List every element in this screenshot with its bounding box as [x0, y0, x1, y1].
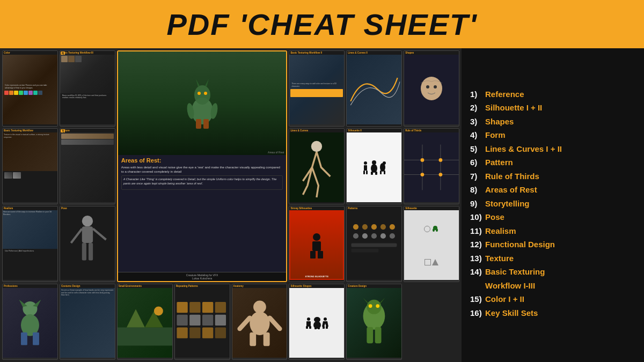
card-repeating-patterns[interactable]: Repeating Patterns: [174, 284, 230, 360]
list-label: Key Skill Sets: [485, 308, 538, 319]
patterns-svg: [347, 210, 401, 280]
card-pose[interactable]: Pose: [60, 206, 115, 282]
svg-rect-96: [318, 327, 320, 329]
card-lines-curves-2[interactable]: Lines & Curves II: [346, 50, 402, 127]
svg-point-49: [380, 224, 386, 230]
list-label: Pose: [485, 212, 504, 223]
effect-swatch: [13, 172, 21, 179]
texture-bar: [61, 134, 114, 139]
card-patterns[interactable]: Patterns: [346, 206, 402, 282]
texture-items: [60, 132, 115, 146]
featured-inner: Areas of Rest Areas of Rest: Areas with …: [118, 51, 287, 281]
card-texturing-3[interactable]: Basic Texturing Workflow III 6): [60, 50, 115, 127]
list-label: Basic Texturing: [485, 267, 545, 277]
list-num: 3): [470, 116, 485, 127]
svg-rect-106: [367, 327, 374, 344]
svg-point-19: [371, 164, 377, 173]
anatomy-content: [232, 288, 287, 358]
svg-point-35: [439, 173, 443, 176]
card-texture-7[interactable]: 7) Texture: [60, 128, 115, 204]
card-title: Silhouette II: [347, 129, 401, 132]
svg-rect-74: [215, 302, 225, 313]
svg-point-48: [371, 224, 377, 230]
page-title: PDF 'CHEAT SHEET': [166, 7, 477, 42]
card-texturing-1[interactable]: Basic Texturing Workflow Texture is the …: [2, 128, 58, 204]
card-silhouette-shapes[interactable]: Silhouette Shapes: [289, 284, 345, 360]
list-label-indent: Workflow I-III: [485, 280, 535, 291]
svg-point-55: [390, 233, 395, 239]
list-item-6: 6) Pattern: [470, 157, 635, 168]
card-realism[interactable]: Realism Here are some of the ways to inc…: [2, 206, 58, 282]
card-title: Texture: [60, 129, 115, 132]
card-shapes[interactable]: Shapes: [404, 50, 459, 127]
list-item-1: 1) Reference: [470, 89, 635, 100]
svg-rect-44: [310, 251, 316, 258]
costume-content: Groot is a Great example of how hands ca…: [60, 288, 115, 358]
list-item-14b: Workflow I-III: [470, 280, 635, 291]
svg-rect-71: [177, 302, 187, 313]
image-label: Areas of Rest: [268, 151, 284, 154]
list-label: Shapes: [485, 116, 514, 127]
card-title: Basic Texturing Workflow III: [60, 51, 115, 55]
svg-rect-98: [323, 326, 325, 329]
list-num: 13): [470, 253, 485, 264]
card-title: Lines & Curves II: [347, 51, 401, 55]
card-small-environments[interactable]: Small Environments: [117, 284, 173, 360]
card-title: Basic Texturing Workflow II: [289, 51, 344, 55]
list-num: 12): [470, 239, 485, 250]
card-text-area: [3, 171, 57, 203]
svg-marker-68: [127, 309, 145, 328]
list-num: 15): [470, 294, 485, 305]
card-text-area: Basic workflow III: 80% of the time and …: [60, 93, 115, 125]
creature-content: [347, 288, 401, 358]
svg-point-14: [364, 161, 367, 165]
card-color[interactable]: Color Color represents certain Themes an…: [2, 50, 58, 127]
svg-rect-85: [250, 333, 256, 346]
card-title: Professions: [3, 284, 57, 288]
shapes-row: [423, 224, 440, 234]
svg-rect-80: [189, 327, 200, 338]
card-text: Use Reference | Add Imperfections: [4, 249, 56, 253]
poster-figure: [306, 232, 327, 258]
list-num: 1): [470, 89, 485, 100]
list-label: Functional Design: [485, 239, 555, 250]
card-strong-silhouettes[interactable]: Strong Silhouettes STRONG SILHOUETTE: [289, 206, 345, 282]
svg-point-32: [421, 158, 425, 162]
card-creature-design[interactable]: Creature Design: [346, 284, 402, 360]
card-anatomy[interactable]: Anatomy: [232, 284, 288, 360]
svg-rect-41: [89, 243, 93, 261]
svg-point-83: [253, 300, 266, 313]
svg-rect-27: [384, 171, 385, 174]
svg-rect-92: [309, 326, 311, 329]
svg-point-10: [421, 77, 442, 100]
texture-swatches: [60, 55, 115, 63]
svg-rect-63: [21, 333, 27, 345]
list-item-15: 15) Color I + II: [470, 294, 635, 305]
lines-image: [347, 55, 401, 124]
list-item-10: 10) Pose: [470, 212, 635, 223]
svg-rect-9: [203, 119, 209, 129]
card-costume-design[interactable]: Costume Design Groot is a Great example …: [60, 284, 115, 360]
card-silhouette[interactable]: Silhouette: [404, 206, 459, 282]
card-rule-thirds[interactable]: Rule of Thirds: [404, 128, 459, 204]
svg-rect-90: [306, 321, 311, 327]
list-label: Rule of Thirds: [485, 171, 539, 182]
shapes-content: [404, 55, 459, 124]
card-title: Silhouette: [404, 206, 459, 210]
card-professions[interactable]: Professions: [2, 284, 58, 360]
list-num: 14): [470, 267, 485, 277]
card-title: Costume Design: [60, 284, 115, 288]
card-silhouette-2[interactable]: Silhouette II: [346, 128, 402, 204]
svg-rect-86: [263, 333, 269, 346]
svg-point-89: [307, 317, 310, 321]
list-label: Storytelling: [485, 198, 530, 209]
card-lines-curves[interactable]: Lines & Curves: [289, 128, 345, 204]
svg-point-103: [376, 304, 380, 308]
svg-rect-78: [215, 315, 225, 326]
header: PDF 'CHEAT SHEET': [0, 0, 644, 48]
list-num: 16): [470, 308, 485, 319]
effect-row: [4, 172, 56, 179]
svg-point-70: [154, 306, 163, 315]
list-num: 7): [470, 171, 485, 182]
card-texturing-2[interactable]: Basic Texturing Workflow II There are ma…: [289, 50, 345, 127]
